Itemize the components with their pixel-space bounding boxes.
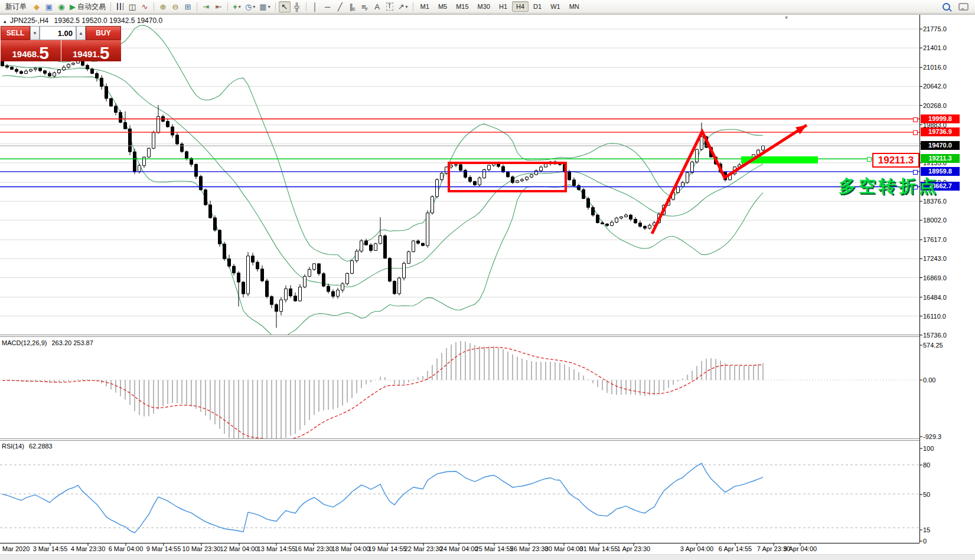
buy-price-main: 19491 — [73, 48, 97, 61]
crosshair-icon[interactable]: ╬ — [291, 1, 303, 12]
timeframe-button-w1[interactable]: W1 — [546, 1, 565, 12]
bars-icon[interactable] — [114, 1, 126, 12]
sell-button[interactable]: SELL — [1, 26, 30, 40]
rsi-layer — [2, 463, 763, 533]
terminal-icon[interactable]: ▣ — [43, 1, 55, 12]
chart-shift-marker-icon[interactable]: ▾ — [785, 14, 788, 21]
buy-button[interactable]: BUY — [86, 26, 121, 40]
price-tag-annotation[interactable]: 19211.3 — [872, 153, 919, 168]
zoom-in-icon[interactable]: ⊕ — [157, 1, 169, 12]
timeframe-button-m5[interactable]: M5 — [434, 1, 451, 12]
arrows-icon[interactable]: ↗▾ — [396, 1, 410, 12]
macd-layer — [2, 341, 763, 447]
timeframe-button-h4[interactable]: H4 — [512, 1, 529, 12]
volume-up-spinner[interactable]: ▲ — [76, 26, 86, 40]
timeframe-button-m15[interactable]: M15 — [452, 1, 472, 12]
toolbar-separator — [227, 2, 228, 11]
indicators-icon[interactable]: +▾ — [231, 1, 243, 12]
one-click-trade-panel: SELL ▼ 1.00 ▲ BUY 19468.5 19491.5 — [1, 26, 121, 61]
chat-icon[interactable] — [958, 3, 969, 11]
turning-point-annotation[interactable]: 多空转折点 — [839, 175, 939, 198]
tile-windows-icon[interactable]: ⊞ — [182, 1, 194, 12]
macd-pane-label: MACD(12,26,9) 263.20 253.87 — [2, 339, 93, 346]
fibonacci-icon[interactable]: ≡F — [359, 1, 371, 12]
toolbar: 新订单 ◆▣◉▶自动交易◫∿⊕⊖⊞⇥⇤+▾◷▾▦▾↖╬│─╱∥E≡FAT↗▾ M… — [0, 0, 975, 14]
toolbar-separator — [154, 2, 154, 11]
zoom-out-icon[interactable]: ⊖ — [169, 1, 181, 12]
new-order-button[interactable]: 新订单 — [2, 1, 30, 12]
search-icon[interactable] — [943, 3, 950, 11]
trendline-icon[interactable]: ╱ — [334, 1, 346, 12]
toolbar-separator — [110, 2, 111, 11]
label-icon[interactable]: T — [384, 1, 396, 12]
toolbar-separator — [306, 2, 306, 11]
toolbar-separator — [413, 2, 413, 11]
templates-icon[interactable]: ▦▾ — [257, 1, 272, 12]
chart-area[interactable] — [0, 0, 975, 560]
timeframe-button-mn[interactable]: MN — [565, 1, 583, 12]
symbol-marker-icon: ▴ — [4, 18, 6, 24]
buy-price-panel[interactable]: 19491.5 — [61, 40, 122, 61]
symbol-label: JPN225-,H4 — [10, 17, 48, 25]
sell-price-big-digit: 5 — [39, 45, 49, 61]
chartshift-icon[interactable]: ⇤ — [213, 1, 224, 12]
volume-down-spinner[interactable]: ▼ — [30, 26, 40, 40]
sell-price-panel[interactable]: 19468.5 — [1, 40, 61, 61]
signals-icon[interactable]: ◉ — [56, 1, 67, 12]
chart-title: ▴ JPN225-,H4 19362.5 19520.0 19342.5 194… — [4, 17, 162, 25]
cursor-icon[interactable]: ↖ — [279, 1, 291, 12]
periods-icon[interactable]: ◷▾ — [243, 1, 257, 12]
metaeditor-icon[interactable]: ◆ — [31, 1, 43, 12]
window-bottom-edge — [0, 554, 975, 560]
sell-price-main: 19468 — [12, 48, 37, 61]
timeframe-button-h1[interactable]: H1 — [495, 1, 511, 12]
vline-icon[interactable]: │ — [309, 1, 321, 12]
axis-ticks — [50, 29, 922, 546]
autoscroll-icon[interactable]: ⇥ — [200, 1, 212, 12]
trend-arrow-head — [795, 125, 807, 135]
autotrading-label: 自动交易 — [77, 2, 106, 12]
ohlc-values: 19362.5 19520.0 19342.5 19470.0 — [54, 17, 163, 25]
autotrading-button[interactable]: ▶自动交易 — [68, 1, 107, 12]
text-icon[interactable]: A — [371, 1, 383, 12]
candles-layer — [1, 50, 765, 328]
timeframe-button-d1[interactable]: D1 — [529, 1, 546, 12]
toolbar-separator — [197, 2, 197, 11]
timeframe-button-m1[interactable]: M1 — [416, 1, 433, 12]
buy-price-big-digit: 5 — [100, 45, 110, 61]
linechart-icon[interactable]: ∿ — [139, 1, 151, 12]
hline-icon[interactable]: ─ — [322, 1, 334, 12]
rsi-pane-label: RSI(14) 62.2883 — [2, 443, 53, 450]
channel-icon[interactable]: ∥E — [347, 1, 358, 12]
toolbar-separator — [275, 2, 276, 11]
volume-input[interactable]: 1.00 — [40, 26, 76, 40]
price-gridlines — [0, 29, 919, 335]
candles-icon[interactable]: ◫ — [126, 1, 138, 12]
timeframe-button-m30[interactable]: M30 — [474, 1, 494, 12]
